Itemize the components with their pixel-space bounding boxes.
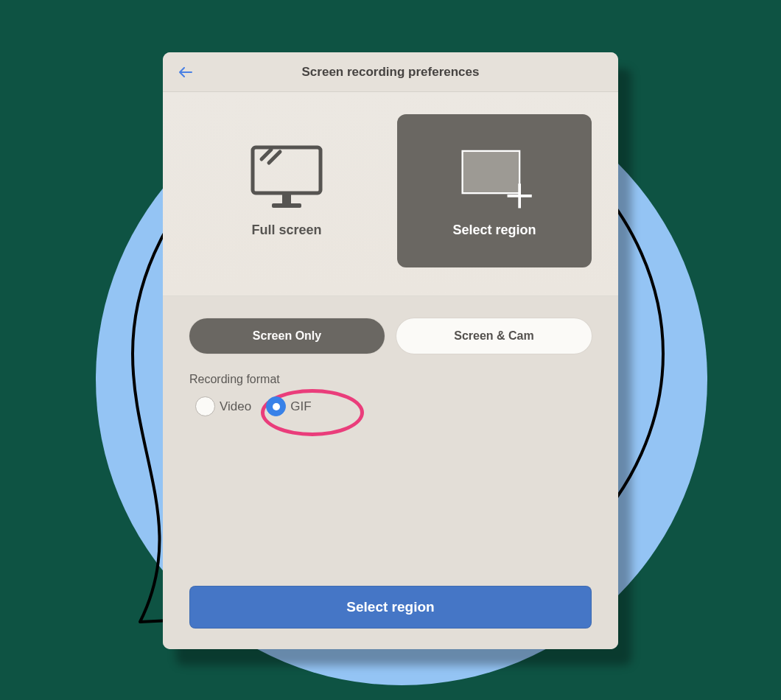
recording-format-options: Video GIF <box>189 393 592 419</box>
svg-rect-5 <box>463 150 520 192</box>
spacer <box>189 419 592 586</box>
select-region-option[interactable]: Select region <box>397 114 592 267</box>
video-radio-label: Video <box>220 399 251 414</box>
capture-area-section: Full screen Select region <box>163 92 618 296</box>
back-button[interactable] <box>178 64 194 80</box>
dialog-title: Screen recording preferences <box>163 65 618 80</box>
lower-section: Screen Only Screen & Cam Recording forma… <box>163 296 618 649</box>
recording-format-block: Recording format Video GIF <box>189 373 592 419</box>
recording-mode-toggle: Screen Only Screen & Cam <box>189 318 592 354</box>
screen-only-button[interactable]: Screen Only <box>189 318 385 354</box>
recording-format-label: Recording format <box>189 373 592 386</box>
svg-rect-4 <box>272 203 301 208</box>
svg-rect-3 <box>282 193 291 203</box>
full-screen-option[interactable]: Full screen <box>189 114 384 267</box>
capture-area-row: Full screen Select region <box>189 114 592 267</box>
svg-line-1 <box>262 150 271 159</box>
video-radio[interactable]: Video <box>189 393 257 419</box>
gif-radio[interactable]: GIF <box>260 393 317 419</box>
gif-radio-label: GIF <box>290 399 311 414</box>
preferences-dialog: Screen recording preferences Full screen <box>163 52 618 649</box>
region-icon <box>450 144 539 209</box>
monitor-icon <box>242 144 331 209</box>
radio-icon <box>195 396 215 416</box>
svg-line-2 <box>269 152 280 163</box>
select-region-button[interactable]: Select region <box>189 586 592 629</box>
full-screen-label: Full screen <box>251 223 321 238</box>
select-region-label: Select region <box>452 223 536 238</box>
screen-and-cam-button[interactable]: Screen & Cam <box>396 318 592 354</box>
radio-icon <box>266 396 286 416</box>
dialog-header: Screen recording preferences <box>163 52 618 92</box>
arrow-left-icon <box>179 67 192 77</box>
svg-rect-0 <box>253 147 321 193</box>
